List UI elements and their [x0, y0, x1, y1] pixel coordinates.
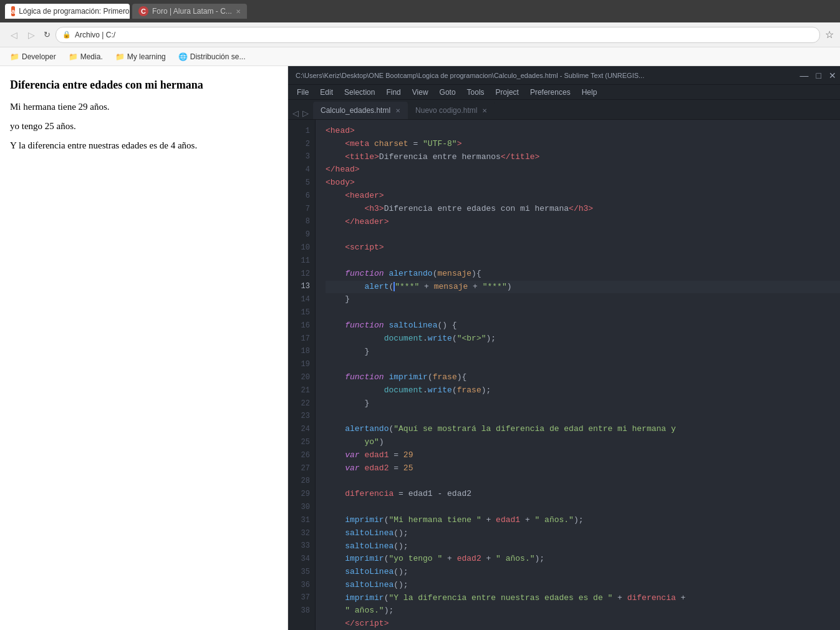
line-num-9: 9 — [288, 228, 315, 241]
browser-tab-1[interactable]: a Lógica de programación: Primeros pa...… — [5, 4, 130, 19]
browser-tab-2[interactable]: C Foro | Alura Latam - C... ✕ — [132, 4, 247, 19]
code-area[interactable]: 1 2 3 4 5 6 7 8 9 10 11 12 13 14 15 16 1… — [288, 120, 840, 630]
menu-help[interactable]: Help — [577, 87, 602, 98]
code-line-10: <script> — [326, 241, 840, 254]
code-line-22: } — [326, 397, 840, 410]
address-input[interactable]: 🔒 Archivo | C:/ — [56, 27, 820, 43]
bookmark-distribucion-label: Distribución se... — [190, 52, 246, 61]
tab-next-button[interactable]: ▷ — [301, 109, 311, 118]
globe-icon: 🌐 — [178, 52, 188, 61]
line-num-21: 21 — [288, 384, 315, 397]
line-num-34: 34 — [288, 553, 315, 566]
main-content: Diferencia entre edades con mi hermana M… — [0, 66, 840, 630]
forward-button[interactable]: ▷ — [24, 27, 39, 42]
code-line-27 — [326, 475, 840, 488]
editor-minimize-button[interactable]: — — [796, 70, 813, 80]
preview-panel: Diferencia entre edades con mi hermana M… — [0, 66, 288, 630]
code-line-2: <meta charset = "UTF-8"> — [326, 138, 840, 151]
bookmark-developer[interactable]: 📁 Developer — [5, 51, 61, 62]
bookmark-distribucion[interactable]: 🌐 Distribución se... — [173, 51, 251, 62]
code-line-6: <header> — [326, 190, 840, 203]
tab-nav-buttons: ◁ ▷ — [291, 109, 313, 119]
code-line-7: <h3>Diferencia entre edades con mi herma… — [326, 203, 840, 216]
menu-project[interactable]: Project — [491, 87, 524, 98]
menu-find[interactable]: Find — [381, 87, 405, 98]
line-num-23: 23 — [288, 410, 315, 424]
code-line-9 — [326, 228, 840, 241]
editor-menu-bar: File Edit Selection Find View Goto Tools… — [288, 85, 840, 100]
code-line-30: imprimir("Mi hermana tiene " + edad1 + "… — [326, 514, 840, 527]
bookmark-mylearning[interactable]: 📁 My learning — [110, 51, 171, 62]
code-line-3: <title>Diferencia entre hermanos</title> — [326, 151, 840, 164]
editor-tab-calculo-close[interactable]: ✕ — [395, 107, 400, 114]
line-num-17: 17 — [288, 332, 315, 346]
code-line-15 — [326, 306, 840, 319]
code-line-17: document.write("<br>"); — [326, 332, 840, 346]
code-line-35: saltoLinea(); — [326, 579, 840, 592]
editor-tab-nuevo-close[interactable]: ✕ — [482, 107, 487, 114]
code-line-33: imprimir("yo tengo " + edad2 + " años.")… — [326, 553, 840, 566]
line-num-14: 14 — [288, 293, 315, 306]
code-line-5: <body> — [326, 177, 840, 190]
menu-edit[interactable]: Edit — [315, 87, 338, 98]
line-num-35: 35 — [288, 566, 315, 579]
back-button[interactable]: ◁ — [6, 27, 21, 42]
editor-maximize-button[interactable]: □ — [813, 70, 825, 80]
bookmark-media[interactable]: 📁 Media. — [64, 51, 108, 62]
preview-title: Diferencia entre edades con mi hermana — [10, 79, 278, 92]
code-line-24: alertando("Aquí se mostrará la diferenci… — [326, 423, 840, 436]
code-line-8: </header> — [326, 216, 840, 229]
menu-goto[interactable]: Goto — [435, 87, 461, 98]
browser-tab-2-close[interactable]: ✕ — [236, 8, 241, 15]
menu-preferences[interactable]: Preferences — [525, 87, 576, 98]
line-num-15: 15 — [288, 306, 315, 319]
preview-line1: Mi hermana tiene 29 años. — [10, 102, 278, 112]
line-num-25: 25 — [288, 436, 315, 449]
line-num-12: 12 — [288, 268, 315, 281]
line-num-8: 8 — [288, 216, 315, 229]
code-line-19 — [326, 358, 840, 371]
line-num-4: 4 — [288, 163, 315, 177]
menu-view[interactable]: View — [407, 87, 433, 98]
editor-tab-nuevo[interactable]: Nuevo codigo.html ✕ — [408, 102, 495, 119]
browser-tabs: a Lógica de programación: Primeros pa...… — [5, 4, 835, 19]
reload-button[interactable]: ↻ — [44, 30, 51, 39]
editor-tab-calculo-label: Calculo_edades.html — [321, 106, 390, 115]
line-num-1: 1 — [288, 125, 315, 138]
line-num-37: 37 — [288, 592, 315, 605]
menu-selection[interactable]: Selection — [339, 87, 380, 98]
code-content[interactable]: <head> <meta charset = "UTF-8"> <title>D… — [316, 120, 840, 630]
menu-tools[interactable]: Tools — [462, 87, 490, 98]
menu-file[interactable]: File — [292, 87, 314, 98]
line-num-33: 33 — [288, 540, 315, 553]
folder-icon: 📁 — [10, 52, 19, 61]
code-line-23 — [326, 410, 840, 424]
editor-panel: C:\Users\Keriz\Desktop\ONE Bootcamp\Logi… — [288, 66, 840, 630]
line-num-31: 31 — [288, 514, 315, 527]
code-line-34: saltoLinea(); — [326, 566, 840, 579]
favicon-2: C — [138, 6, 148, 16]
line-num-22: 22 — [288, 397, 315, 410]
code-line-1: <head> — [326, 125, 840, 138]
line-num-38: 38 — [288, 604, 315, 618]
editor-tab-calculo[interactable]: Calculo_edades.html ✕ — [313, 102, 408, 119]
line-num-36: 36 — [288, 579, 315, 592]
secure-icon: 🔒 — [62, 31, 71, 39]
code-line-21: document.write(frase); — [326, 384, 840, 397]
editor-tabs: ◁ ▷ Calculo_edades.html ✕ Nuevo codigo.h… — [288, 100, 840, 120]
line-num-16: 16 — [288, 319, 315, 332]
bookmark-media-label: Media. — [80, 52, 103, 61]
preview-line3: Y la diferencia entre nuestras edades es… — [10, 140, 278, 151]
code-line-36: imprimir("Y la diferencia entre nuestras… — [326, 592, 840, 605]
editor-close-button[interactable]: ✕ — [825, 70, 840, 80]
editor-title-bar: C:\Users\Keriz\Desktop\ONE Bootcamp\Logi… — [288, 66, 840, 85]
browser-tab-1-label: Lógica de programación: Primeros pa... — [19, 7, 130, 16]
tab-prev-button[interactable]: ◁ — [291, 109, 301, 118]
code-line-4: </head> — [326, 163, 840, 177]
bookmark-icon[interactable]: ☆ — [825, 29, 834, 41]
preview-line2: yo tengo 25 años. — [10, 121, 278, 132]
code-line-24b: yo") — [326, 436, 840, 449]
line-num-5: 5 — [288, 177, 315, 190]
line-num-11: 11 — [288, 254, 315, 268]
line-num-29: 29 — [288, 488, 315, 501]
